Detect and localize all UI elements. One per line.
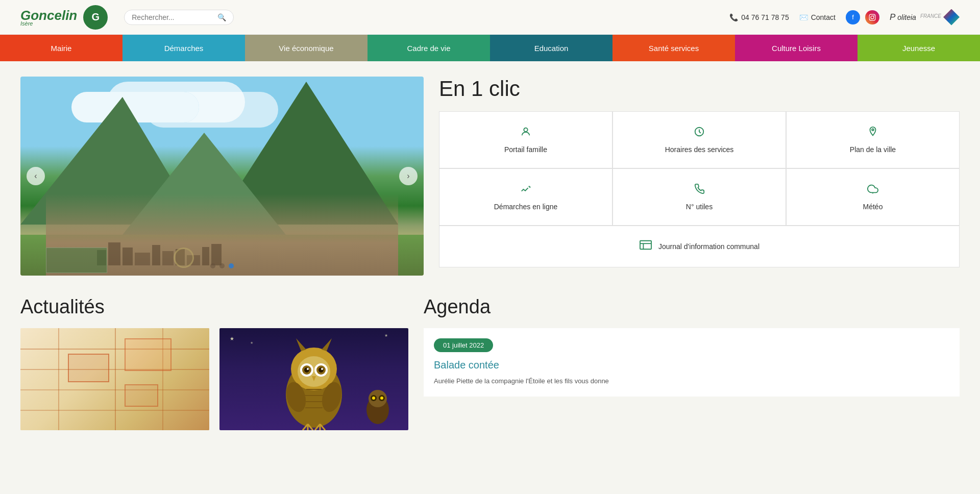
- search-bar: 🔍: [124, 10, 234, 25]
- email-icon: ✉️: [799, 13, 808, 21]
- svg-point-45: [380, 397, 383, 400]
- news-card-owl[interactable]: ★ ★ ★: [219, 328, 408, 430]
- dot-3[interactable]: [229, 263, 234, 268]
- nav-label-education: Education: [534, 44, 569, 53]
- actualites-section: Actualités: [20, 296, 408, 430]
- logo-icon: G: [83, 5, 108, 30]
- social-icons: f: [846, 10, 879, 24]
- svg-point-23: [304, 367, 309, 373]
- svg-point-3: [524, 128, 527, 132]
- logo-area: Goncelin Isère G 🔍: [20, 5, 234, 30]
- nav-label-jeunesse: Jeunesse: [902, 44, 935, 53]
- header: Goncelin Isère G 🔍 📞 04 76 71 78 75 ✉️ C…: [0, 0, 980, 35]
- quick-link-meteo[interactable]: Météo: [787, 169, 959, 225]
- owl-illustration: [268, 328, 360, 430]
- slide-dots: [210, 263, 234, 268]
- bottom-section: Actualités: [20, 296, 960, 430]
- site-subtitle: Isère: [20, 20, 77, 27]
- svg-point-1: [871, 16, 874, 19]
- quick-links-grid: Portail famille Horaires des services Pl…: [439, 111, 960, 267]
- dot-1[interactable]: [210, 263, 215, 268]
- politeia-badge: [943, 9, 960, 26]
- quick-link-demarches[interactable]: Démarches en ligne: [439, 169, 612, 225]
- politeia-logo: P oliteia FRANCE: [890, 9, 960, 26]
- phone-icon: 📞: [729, 13, 738, 21]
- svg-point-24: [318, 367, 324, 373]
- nav-item-culture-loisirs[interactable]: Culture Loisirs: [735, 35, 857, 61]
- news-cards-row: ★ ★ ★: [20, 328, 408, 430]
- quick-link-journal[interactable]: Journal d'information communal: [439, 226, 959, 267]
- agenda-date-badge: 01 juillet 2022: [434, 338, 493, 352]
- dot-2[interactable]: [219, 263, 225, 268]
- en1clic-section: En 1 clic Portail famille Horaires des s…: [439, 77, 960, 276]
- news-card-plans[interactable]: [20, 328, 209, 430]
- quick-link-plan[interactable]: Plan de la ville: [787, 112, 959, 168]
- svg-point-25: [307, 368, 309, 370]
- agenda-card-desc: Aurélie Piette de la compagnie l'Étoile …: [434, 376, 949, 386]
- slide-image: [20, 77, 424, 276]
- horaires-label: Horaires des services: [665, 145, 734, 154]
- en1clic-title: En 1 clic: [439, 77, 960, 101]
- nav-item-sante-services[interactable]: Santé services: [612, 35, 735, 61]
- plan-label: Plan de la ville: [850, 145, 896, 154]
- nav-label-culture-loisirs: Culture Loisirs: [772, 44, 821, 53]
- owl-small: [362, 384, 393, 425]
- nav-item-cadre-de-vie[interactable]: Cadre de vie: [368, 35, 490, 61]
- svg-point-5: [872, 129, 874, 131]
- demarches-icon: [520, 183, 531, 197]
- svg-marker-16: [296, 338, 306, 351]
- nav-item-mairie[interactable]: Mairie: [0, 35, 122, 61]
- quick-link-portail-famille[interactable]: Portail famille: [439, 112, 612, 168]
- phone-number: 04 76 71 78 75: [741, 13, 789, 21]
- meteo-label: Météo: [863, 203, 883, 211]
- nav-label-mairie: Mairie: [51, 44, 72, 53]
- news-thumb-plans: [20, 328, 209, 430]
- journal-label: Journal d'information communal: [658, 242, 760, 251]
- news-thumb-owl: ★ ★ ★: [219, 328, 408, 430]
- nav-label-demarches: Démarches: [164, 44, 204, 53]
- navigation: Mairie Démarches Vie économique Cadre de…: [0, 35, 980, 61]
- demarches-label: Démarches en ligne: [494, 203, 558, 211]
- meteo-icon: [867, 183, 878, 197]
- header-right: 📞 04 76 71 78 75 ✉️ Contact f P oliteia …: [729, 9, 960, 26]
- agenda-card: 01 juillet 2022 Balade contée Aurélie Pi…: [424, 328, 960, 397]
- numeros-label: N° utiles: [686, 203, 713, 211]
- logo-wrapper: Goncelin Isère: [20, 8, 77, 27]
- plan-icon: [867, 126, 878, 140]
- nav-label-sante-services: Santé services: [649, 44, 699, 53]
- top-section: ‹ › En 1 clic Portail famille: [20, 77, 960, 276]
- nav-item-vie-economique[interactable]: Vie économique: [245, 35, 368, 61]
- slider: ‹ ›: [20, 77, 424, 276]
- slider-prev[interactable]: ‹: [27, 167, 45, 185]
- horaires-icon: [694, 126, 705, 140]
- quick-link-horaires[interactable]: Horaires des services: [613, 112, 786, 168]
- contact-link[interactable]: ✉️ Contact: [799, 13, 836, 21]
- slider-next[interactable]: ›: [399, 167, 418, 185]
- svg-point-26: [321, 368, 323, 370]
- phone-link[interactable]: 📞 04 76 71 78 75: [729, 13, 789, 21]
- journal-icon: [639, 239, 652, 254]
- agenda-card-title[interactable]: Balade contée: [434, 359, 949, 371]
- nav-item-demarches[interactable]: Démarches: [122, 35, 245, 61]
- portail-famille-label: Portail famille: [504, 145, 547, 154]
- facebook-icon[interactable]: f: [846, 10, 860, 24]
- contact-label: Contact: [811, 13, 836, 21]
- actualites-title: Actualités: [20, 296, 408, 318]
- svg-point-44: [372, 397, 375, 400]
- nav-label-cadre-de-vie: Cadre de vie: [407, 44, 450, 53]
- search-input[interactable]: [132, 13, 213, 21]
- svg-rect-0: [869, 14, 875, 20]
- agenda-title: Agenda: [424, 296, 960, 318]
- nav-item-education[interactable]: Education: [490, 35, 612, 61]
- portail-famille-icon: [520, 126, 531, 140]
- agenda-section: Agenda 01 juillet 2022 Balade contée Aur…: [424, 296, 960, 430]
- numeros-icon: [694, 183, 705, 197]
- nav-label-vie-economique: Vie économique: [279, 44, 333, 53]
- main-content: ‹ › En 1 clic Portail famille: [0, 61, 980, 446]
- nav-item-jeunesse[interactable]: Jeunesse: [857, 35, 980, 61]
- instagram-icon[interactable]: [865, 10, 879, 24]
- quick-link-numeros[interactable]: N° utiles: [613, 169, 786, 225]
- logo-letter: G: [91, 11, 100, 23]
- search-icon[interactable]: 🔍: [217, 13, 226, 21]
- svg-marker-17: [322, 338, 332, 351]
